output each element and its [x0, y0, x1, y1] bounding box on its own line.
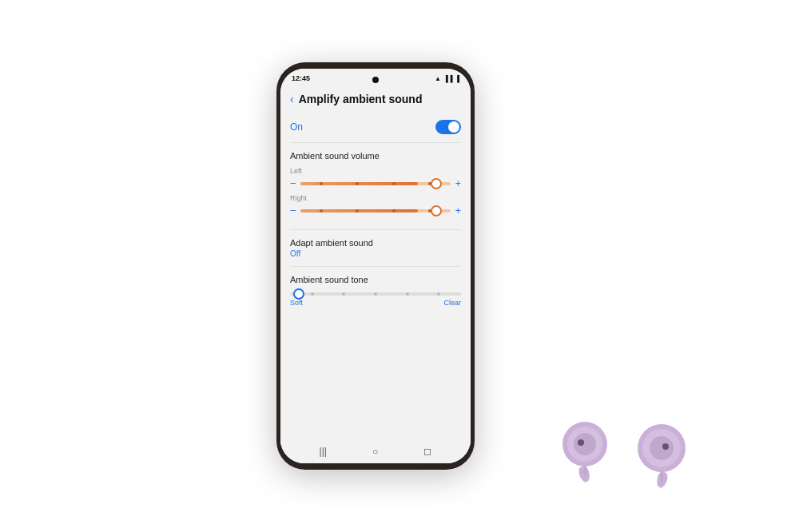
earbuds-container — [555, 420, 695, 492]
tone-title: Ambient sound tone — [290, 275, 461, 284]
tone-dots — [290, 292, 461, 296]
status-time: 12:45 — [292, 74, 310, 82]
tone-dot-2 — [342, 292, 345, 296]
left-dot-1 — [320, 182, 323, 185]
screen-content: On Ambient sound volume Left − — [280, 112, 471, 463]
on-label: On — [290, 121, 303, 133]
left-slider-thumb[interactable] — [431, 178, 442, 189]
tone-dot-1 — [311, 292, 314, 296]
camera-notch — [372, 77, 379, 83]
right-slider-label: Right — [290, 194, 461, 202]
tone-labels: Soft Clear — [290, 299, 461, 307]
right-slider-dots — [300, 209, 451, 212]
left-slider-dots — [300, 182, 451, 185]
tone-slider-container — [290, 292, 461, 296]
adapt-ambient-value: Off — [290, 249, 461, 258]
svg-point-7 — [662, 443, 669, 450]
left-dot-2 — [356, 182, 359, 185]
tone-clear-label: Clear — [443, 299, 461, 307]
tone-section: Ambient sound tone — [290, 267, 461, 315]
right-slider-row: − + — [290, 204, 461, 216]
adapt-ambient-title: Adapt ambient sound — [290, 238, 461, 248]
right-dot-3 — [392, 209, 396, 212]
ambient-volume-title: Ambient sound volume — [290, 151, 461, 161]
phone-screen: 12:45 ▲ ▐▐ ▐ ‹ Amplify ambient sound On — [280, 69, 471, 463]
adapt-ambient-section[interactable]: Adapt ambient sound Off — [290, 230, 461, 267]
tone-slider-track[interactable] — [290, 292, 461, 296]
left-slider-row: − + — [290, 177, 461, 189]
svg-point-6 — [650, 436, 674, 460]
right-earbud — [627, 420, 695, 492]
left-slider-track[interactable] — [300, 182, 451, 185]
right-minus-button[interactable]: − — [290, 204, 296, 216]
left-slider-label: Left — [290, 167, 461, 175]
tone-slider-thumb[interactable] — [293, 288, 304, 300]
nav-back-button[interactable]: ||| — [320, 446, 327, 457]
left-earbud — [555, 420, 615, 484]
right-dot-1 — [320, 209, 323, 212]
tone-dot-4 — [406, 292, 409, 296]
phone: 12:45 ▲ ▐▐ ▐ ‹ Amplify ambient sound On — [276, 62, 475, 470]
app-header: ‹ Amplify ambient sound — [280, 88, 471, 112]
tone-soft-label: Soft — [290, 299, 303, 307]
battery-icon: ▐ — [455, 75, 459, 82]
right-slider-track[interactable] — [300, 209, 451, 212]
right-slider-thumb[interactable] — [431, 205, 442, 216]
bottom-nav: ||| ○ ◻ — [280, 439, 471, 463]
nav-recent-button[interactable]: ◻ — [423, 446, 431, 457]
tone-dot-3 — [374, 292, 377, 296]
left-minus-button[interactable]: − — [290, 177, 296, 189]
back-button[interactable]: ‹ — [290, 93, 294, 105]
left-dot-3 — [392, 182, 396, 185]
page-title: Amplify ambient sound — [299, 93, 423, 105]
scene: 12:45 ▲ ▐▐ ▐ ‹ Amplify ambient sound On — [0, 0, 799, 532]
ambient-volume-section: Ambient sound volume Left − — [290, 143, 461, 230]
right-dot-2 — [356, 209, 359, 212]
left-plus-button[interactable]: + — [455, 177, 461, 189]
on-toggle-row[interactable]: On — [290, 112, 461, 143]
tone-dot-5 — [437, 292, 440, 296]
svg-point-3 — [578, 439, 584, 446]
right-earbud-svg — [627, 420, 695, 492]
content-area: On Ambient sound volume Left − — [280, 112, 471, 439]
left-earbud-svg — [555, 420, 615, 484]
nav-home-button[interactable]: ○ — [372, 446, 378, 457]
svg-point-2 — [574, 433, 596, 455]
wifi-icon: ▲ — [435, 75, 441, 82]
on-toggle[interactable] — [435, 120, 461, 134]
signal-icon: ▐▐ — [443, 75, 452, 82]
status-icons: ▲ ▐▐ ▐ — [435, 75, 459, 82]
right-plus-button[interactable]: + — [455, 204, 461, 216]
